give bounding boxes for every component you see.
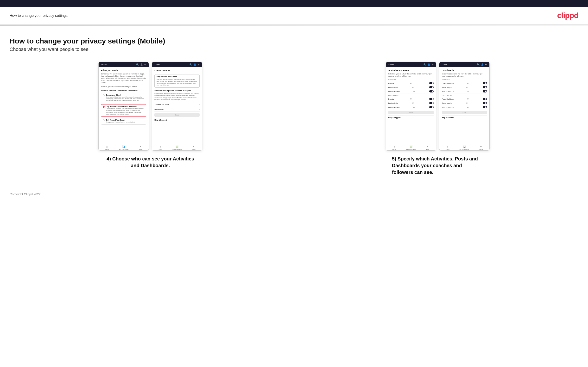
radio-content-followers: Only Approved Followers and Your Coach O… [106, 106, 145, 115]
toggle-insights-followers: Round Insights ON [442, 101, 487, 105]
tab-menu-label-3: Menu [426, 149, 429, 150]
tab-menu-label-4: Menu [479, 149, 483, 150]
save-button-3[interactable]: Save [388, 111, 434, 114]
tab-menu-2[interactable]: ≡ Menu [185, 145, 202, 150]
nav-icons-4: 🔍 👤 ⚙ [477, 63, 487, 66]
settings-icon-1[interactable]: ⚙ [144, 63, 146, 66]
mobile-screen-2: ‹ Back 🔍 👤 ⚙ Privacy Controls Only You a… [152, 62, 202, 150]
back-button-1[interactable]: ‹ Back [101, 64, 106, 66]
mobile-nav-4: ‹ Back 🔍 👤 ⚙ [439, 62, 489, 67]
menu-icon-2: ≡ [193, 145, 195, 148]
toggle-workon-coaches: What To Work On ON [442, 89, 487, 93]
privacy-desc-1: Control how you and your data appears to… [101, 73, 146, 83]
toggle-rounds-followers-switch[interactable] [429, 98, 434, 100]
settings-icon-2[interactable]: ⚙ [198, 63, 200, 66]
chart-icon-1: 📊 [122, 145, 125, 148]
tab-performance-1[interactable]: 📊 My Performance [115, 145, 132, 150]
tab-performance-label-2: My Performance [172, 149, 182, 150]
toggle-workon-followers-switch[interactable] [483, 106, 487, 108]
mobile-screen-3: ‹ Back 🔍 👤 ⚙ Activities and Posts Select… [386, 62, 436, 150]
person-icon-1[interactable]: 👤 [140, 63, 143, 66]
on-label-drills-followers: ON [412, 102, 414, 104]
player-dashboard-followers: Player Dashboard [442, 98, 454, 100]
toggle-player-followers: Player Dashboard ON [442, 97, 487, 101]
person-icon-3[interactable]: 👤 [428, 63, 430, 66]
search-icon-3[interactable]: 🔍 [424, 63, 426, 66]
radio-followers[interactable]: Only Approved Followers and Your Coach O… [101, 104, 146, 117]
tab-bar-3: ⌂ Home 📊 My Performance ≡ Menu [386, 144, 436, 150]
save-button-2[interactable]: Save [154, 113, 200, 117]
tab-menu-3[interactable]: ≡ Menu [419, 145, 436, 150]
toggle-player-followers-switch[interactable] [483, 98, 487, 100]
round-insights-coaches: Round Insights [442, 86, 452, 88]
header: How to change your privacy settings clip… [0, 7, 588, 25]
toggle-insights-coaches-switch[interactable] [483, 86, 487, 88]
what-to-work-on-coaches: What To Work On [442, 91, 454, 92]
manual-label-coaches: Manual Activities [388, 91, 400, 92]
nav-icons-1: 🔍 👤 ⚙ [136, 63, 146, 66]
toggle-workon-coaches-switch[interactable] [483, 90, 487, 92]
mobile-body-1: Privacy Controls Control how you and you… [99, 67, 149, 144]
round-insights-followers: Round Insights [442, 102, 452, 104]
settings-icon-4[interactable]: ⚙ [485, 63, 487, 66]
toggle-manual-followers-switch[interactable] [429, 106, 434, 108]
tab-home-3[interactable]: ⌂ Home [386, 145, 403, 150]
toggle-manual-coaches-switch[interactable] [429, 90, 434, 92]
tab-menu-4[interactable]: ≡ Menu [473, 145, 489, 150]
help-label-2: Help & Support [154, 118, 200, 122]
toggle-player-coaches-switch[interactable] [483, 82, 487, 84]
back-button-2[interactable]: ‹ Back [154, 64, 160, 66]
footer: Copyright Clippd 2022 [0, 185, 588, 203]
dashboards-label: Dashboards [154, 108, 164, 110]
toggle-drills-coaches-switch[interactable] [429, 86, 434, 88]
person-icon-2[interactable]: 👤 [194, 63, 196, 66]
toggle-rounds-coaches-switch[interactable] [429, 82, 434, 84]
on-label-manual-followers: ON [413, 106, 415, 108]
dashboards-desc: Select the dashboards that you'd like to… [442, 73, 487, 77]
mobile-screen-1: ‹ Back 🔍 👤 ⚙ Privacy Controls Control ho… [98, 62, 149, 150]
tab-performance-3[interactable]: 📊 My Performance [403, 145, 419, 150]
privacy-tab-2: Privacy Controls [154, 69, 170, 72]
search-icon-4[interactable]: 🔍 [477, 63, 480, 66]
mobile-screen-4: ‹ Back 🔍 👤 ⚙ Dashboards Select the dashb… [439, 62, 490, 150]
tab-home-2[interactable]: ⌂ Home [152, 145, 169, 150]
player-dashboard-coaches: Player Dashboard [442, 82, 454, 84]
search-icon-2[interactable]: 🔍 [190, 63, 192, 66]
save-button-4[interactable]: Save [442, 111, 487, 114]
tab-home-4[interactable]: ⌂ Home [439, 145, 456, 150]
toggle-drills-coaches: Practice Drills ON [388, 85, 434, 89]
radio-coach-only[interactable]: Only You and Your Coach Only you and the… [101, 118, 146, 125]
tab-home-1[interactable]: ⌂ Home [99, 145, 115, 150]
on-label-workon-coaches: ON [467, 91, 469, 92]
nav-item-activities[interactable]: Activities and Posts › [154, 103, 200, 107]
tab-performance-4[interactable]: 📊 My Performance [456, 145, 473, 150]
toggle-insights-coaches: Round Insights ON [442, 85, 487, 89]
chevron-activities: › [199, 103, 200, 106]
nav-item-dashboards[interactable]: Dashboards › [154, 107, 200, 112]
radio-label-everyone: Everyone on Clippd [106, 94, 145, 96]
toggle-rounds-followers: Rounds ON [388, 97, 434, 101]
radio-everyone[interactable]: Everyone on Clippd Everyone on Clippd ca… [101, 93, 146, 103]
radio-label-followers: Only Approved Followers and Your Coach [106, 106, 145, 107]
toggle-drills-followers: Practice Drills ON [388, 101, 434, 105]
tab-home-label-4: Home [446, 149, 450, 150]
settings-icon-3[interactable]: ⚙ [432, 63, 434, 66]
toggle-manual-coaches: Manual Activities ON [388, 89, 434, 93]
menu-icon-4: ≡ [480, 145, 482, 148]
privacy-controls-title-1: Privacy Controls [101, 69, 146, 72]
menu-icon-1: ≡ [140, 145, 141, 148]
show-hide-title: Show or hide specific features in Clippd [154, 90, 200, 92]
on-label-drills-coaches: ON [412, 86, 414, 88]
back-button-3[interactable]: ‹ Back [388, 64, 394, 66]
toggle-drills-followers-switch[interactable] [429, 102, 434, 104]
person-icon-4[interactable]: 👤 [481, 63, 484, 66]
toggle-insights-followers-switch[interactable] [483, 102, 487, 104]
tab-menu-1[interactable]: ≡ Menu [132, 145, 149, 150]
activities-desc: Select the types of activity that you'd … [388, 73, 434, 77]
rounds-label-followers: Rounds [388, 98, 394, 100]
help-label-4: Help & Support [442, 115, 487, 119]
search-icon-1[interactable]: 🔍 [136, 63, 139, 66]
double-screen-2: ‹ Back 🔍 👤 ⚙ Activities and Posts Select… [386, 62, 490, 150]
back-button-4[interactable]: ‹ Back [442, 64, 447, 66]
tab-performance-2[interactable]: 📊 My Performance [169, 145, 185, 150]
